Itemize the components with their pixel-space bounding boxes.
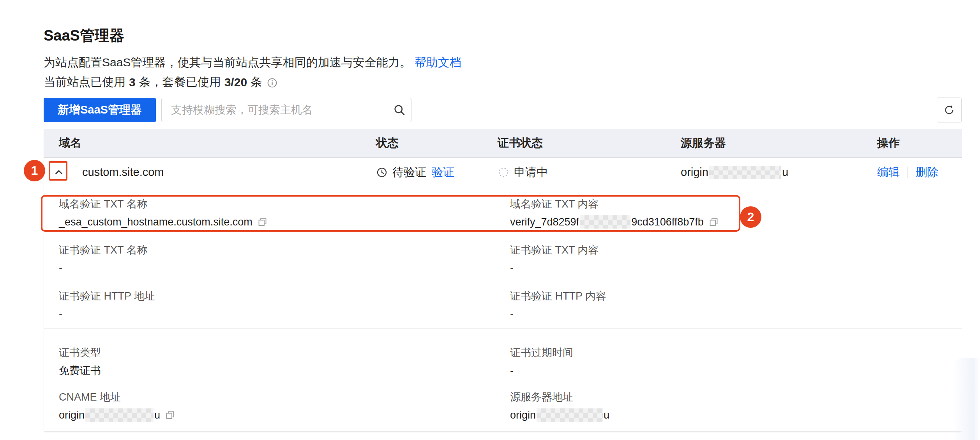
domain-cell: custom.site.com — [44, 158, 366, 187]
add-saas-manager-button[interactable]: 新增SaaS管理器 — [44, 98, 156, 122]
floating-widget-edge — [953, 358, 980, 440]
copy-icon[interactable] — [257, 217, 268, 227]
plan-used-count: 3/20 — [224, 76, 247, 89]
annotation-step-1: 1 — [24, 160, 45, 181]
field-domain-txt-name: 域名验证 TXT 名称 _esa_custom_hostname.custom.… — [44, 197, 507, 229]
field-cert-txt-name: 证书验证 TXT 名称 - — [44, 243, 507, 275]
col-header-origin: 源服务器 — [671, 129, 867, 157]
field-value: - — [510, 261, 962, 275]
clock-icon — [376, 167, 388, 178]
help-doc-link[interactable]: 帮助文档 — [415, 56, 461, 69]
copy-icon[interactable] — [708, 217, 719, 227]
actions-cell: 编辑 删除 — [867, 158, 962, 187]
chevron-up-icon — [53, 167, 65, 178]
col-header-cert-status: 证书状态 — [487, 129, 671, 157]
spinner-icon — [498, 167, 509, 178]
annotation-step-2: 2 — [740, 206, 761, 228]
detail-row-cert-txt: 证书验证 TXT 名称 - 证书验证 TXT 内容 - — [44, 243, 962, 275]
field-cert-http-value: 证书验证 HTTP 内容 - — [507, 289, 962, 321]
col-header-status: 状态 — [366, 129, 487, 157]
page-title: SaaS管理器 — [44, 26, 124, 46]
detail-row-cert-http: 证书验证 HTTP 地址 - 证书验证 HTTP 内容 - — [44, 289, 962, 321]
usage-suffix: 条 — [251, 74, 262, 90]
saas-table: 域名 状态 证书状态 源服务器 操作 custom.site.com 待验证 — [44, 129, 962, 431]
field-label: 证书类型 — [59, 346, 507, 359]
col-header-actions: 操作 — [867, 129, 962, 157]
field-value: 免费证书 — [59, 364, 507, 377]
collapse-row-button[interactable] — [49, 163, 68, 182]
field-domain-txt-value: 域名验证 TXT 内容 verify_7d8259f 9cd3106ff8b7f… — [507, 197, 962, 229]
usage-middle: 条，套餐已使用 — [139, 74, 221, 90]
origin-suffix: u — [782, 166, 788, 179]
row-detail-panel: 域名验证 TXT 名称 _esa_custom_hostname.custom.… — [44, 187, 962, 431]
search-box — [161, 98, 411, 122]
field-cert-txt-value: 证书验证 TXT 内容 - — [507, 243, 962, 275]
detail-divider — [44, 328, 962, 329]
field-label: 域名验证 TXT 内容 — [510, 197, 962, 211]
toolbar: 新增SaaS管理器 — [44, 98, 962, 122]
field-label: 证书过期时间 — [510, 346, 962, 359]
detail-row-addresses: CNAME 地址 origin u 源服务器地址 origin — [44, 390, 962, 422]
field-value: origin u — [510, 408, 962, 422]
field-label: 域名验证 TXT 名称 — [59, 197, 507, 211]
page-description: 为站点配置SaaS管理器，使其与当前站点共享相同的加速与安全能力。 帮助文档 — [44, 55, 461, 71]
field-value: - — [59, 261, 507, 275]
field-label: 证书验证 HTTP 内容 — [510, 289, 962, 303]
usage-summary: 当前站点已使用 3 条，套餐已使用 3/20 条 — [44, 74, 278, 90]
field-value: - — [59, 307, 507, 321]
domain-name: custom.site.com — [82, 166, 164, 179]
field-cert-expire: 证书过期时间 - — [507, 346, 962, 377]
col-header-domain: 域名 — [44, 129, 366, 157]
usage-prefix: 当前站点已使用 — [44, 74, 125, 90]
origin-prefix: origin — [681, 166, 708, 179]
field-label: 源服务器地址 — [510, 390, 962, 404]
search-icon — [393, 103, 406, 117]
field-cname: CNAME 地址 origin u — [44, 390, 507, 422]
field-label: 证书验证 TXT 内容 — [510, 243, 962, 257]
table-header: 域名 状态 证书状态 源服务器 操作 — [44, 129, 962, 158]
origin-cell: origin u — [671, 158, 867, 187]
search-input[interactable] — [162, 98, 388, 122]
field-value: - — [510, 307, 962, 321]
redacted-text — [580, 215, 630, 229]
cert-status-text: 申请中 — [514, 165, 548, 180]
field-value: _esa_custom_hostname.custom.site.com — [59, 215, 507, 229]
field-origin-address: 源服务器地址 origin u — [507, 390, 962, 422]
info-icon[interactable] — [267, 77, 278, 89]
refresh-icon — [943, 104, 955, 116]
delete-link[interactable]: 删除 — [916, 165, 938, 180]
redacted-text — [537, 408, 603, 422]
field-value: - — [510, 364, 962, 377]
field-value: origin u — [59, 408, 507, 422]
field-cert-type: 证书类型 免费证书 — [44, 346, 507, 377]
redacted-text — [85, 408, 154, 422]
description-text: 为站点配置SaaS管理器，使其与当前站点共享相同的加速与安全能力。 — [44, 56, 411, 69]
redacted-text — [709, 166, 781, 179]
field-label: CNAME 地址 — [59, 390, 507, 404]
field-label: 证书验证 TXT 名称 — [59, 243, 507, 257]
field-label: 证书验证 HTTP 地址 — [59, 289, 507, 303]
table-row: custom.site.com 待验证 验证 申请中 origin u — [44, 158, 962, 187]
status-text: 待验证 — [392, 165, 426, 180]
site-used-count: 3 — [129, 76, 136, 89]
cert-status-cell: 申请中 — [487, 158, 671, 187]
verify-link[interactable]: 验证 — [432, 165, 454, 180]
search-button[interactable] — [388, 98, 411, 122]
action-divider — [908, 167, 908, 178]
status-cell: 待验证 验证 — [366, 158, 487, 187]
field-cert-http-path: 证书验证 HTTP 地址 - — [44, 289, 507, 321]
saas-manager-page: SaaS管理器 为站点配置SaaS管理器，使其与当前站点共享相同的加速与安全能力… — [0, 0, 980, 440]
refresh-button[interactable] — [937, 98, 962, 122]
copy-icon[interactable] — [165, 410, 175, 420]
detail-row-cert-type: 证书类型 免费证书 证书过期时间 - — [44, 346, 962, 377]
edit-link[interactable]: 编辑 — [877, 165, 900, 180]
field-value: verify_7d8259f 9cd3106ff8b7fb — [510, 215, 962, 229]
detail-row-domain-txt: 域名验证 TXT 名称 _esa_custom_hostname.custom.… — [44, 197, 962, 229]
